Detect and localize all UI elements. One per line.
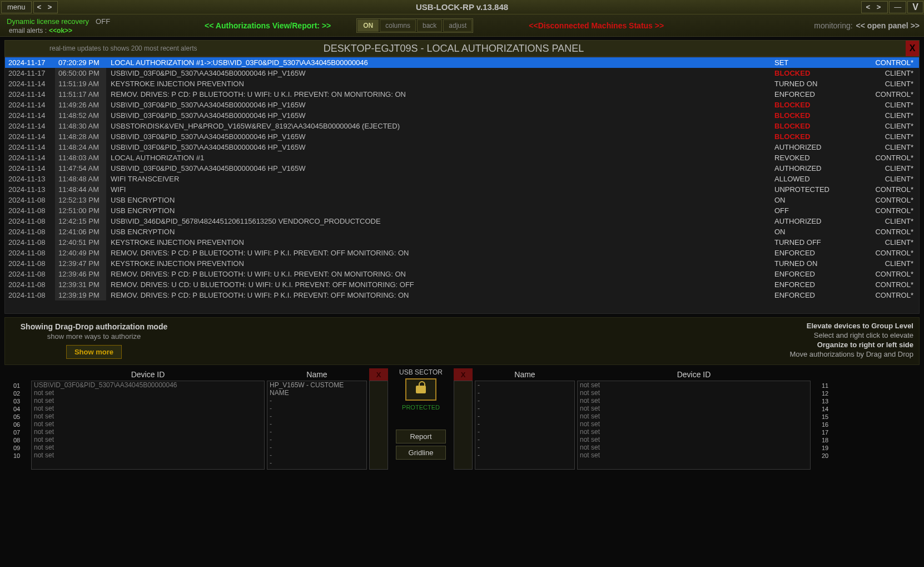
event-row[interactable]: 2024-11-0812:39:31 PMREMOV. DRIVES: U CD… <box>5 279 919 290</box>
list-item[interactable]: not set <box>578 420 810 428</box>
list-item[interactable]: - <box>267 428 366 436</box>
event-source: CLIENT* <box>866 142 919 152</box>
show-more-button[interactable]: Show more <box>66 345 122 359</box>
close-panel-button[interactable]: X <box>906 41 919 56</box>
toolbar-button-group: ON columns back adjust <box>356 18 473 33</box>
list-item[interactable]: USB\VID_03F0&PID_5307\AA34045B00000046 <box>32 381 264 389</box>
event-row[interactable]: 2024-11-1707:20:29 PMLOCAL AUTHORIZATION… <box>5 57 919 68</box>
event-row[interactable]: 2024-11-1411:48:52 AMUSB\VID_03F0&PID_53… <box>5 110 919 121</box>
events-list[interactable]: 2024-11-1707:20:29 PMLOCAL AUTHORIZATION… <box>4 57 920 314</box>
event-row[interactable]: 2024-11-0812:39:19 PMREMOV. DRIVES: P CD… <box>5 290 919 300</box>
list-item[interactable]: - <box>267 459 366 467</box>
event-row[interactable]: 2024-11-1411:48:03 AMLOCAL AUTHORIZATION… <box>5 152 919 163</box>
on-button[interactable]: ON <box>357 19 379 32</box>
adjust-button[interactable]: adjust <box>443 19 472 32</box>
list-item[interactable]: not set <box>578 451 810 459</box>
version-button[interactable]: V <box>907 1 923 13</box>
list-item[interactable]: - <box>475 420 574 428</box>
event-row[interactable]: 2024-11-1411:47:54 AMUSB\VID_03F0&PID_53… <box>5 163 919 174</box>
list-item[interactable]: not set <box>32 443 264 451</box>
list-item[interactable]: - <box>475 436 574 443</box>
event-status: BLOCKED <box>771 100 866 110</box>
list-item[interactable]: not set <box>578 428 810 436</box>
event-row[interactable]: 2024-11-1411:48:24 AMUSB\VID_03F0&PID_53… <box>5 142 919 152</box>
event-row[interactable]: 2024-11-1411:49:26 AMUSB\VID_03F0&PID_53… <box>5 100 919 110</box>
left-name-list[interactable]: HP_V165W - CUSTOME NAME--------- <box>267 381 367 470</box>
event-row[interactable]: 2024-11-0812:39:46 PMREMOV. DRIVES: P CD… <box>5 269 919 279</box>
menu-button[interactable]: menu <box>1 1 32 13</box>
list-item[interactable]: - <box>267 405 366 412</box>
nav-arrows-right-button[interactable]: < > <box>861 1 888 13</box>
event-desc: USB ENCRYPTION <box>106 195 771 205</box>
list-item[interactable]: - <box>475 389 574 397</box>
event-status: AUTHORIZED <box>771 142 866 152</box>
right-delete-button[interactable]: X <box>454 368 473 381</box>
lock-box[interactable] <box>405 378 436 401</box>
event-source: CLIENT* <box>866 258 919 269</box>
list-item[interactable]: not set <box>32 412 264 420</box>
list-item[interactable]: - <box>475 451 574 459</box>
right-name-list[interactable]: ---------- <box>475 381 575 470</box>
list-item[interactable]: - <box>267 420 366 428</box>
list-item[interactable]: not set <box>578 443 810 451</box>
list-item[interactable]: not set <box>32 420 264 428</box>
event-row[interactable]: 2024-11-0812:41:06 PMUSB ENCRYPTIONONCON… <box>5 226 919 237</box>
list-item[interactable]: - <box>475 412 574 420</box>
list-item[interactable]: not set <box>578 397 810 405</box>
event-desc: LOCAL AUTHORIZATION #1->:USB\VID_03F0&PI… <box>106 57 771 68</box>
event-row[interactable]: 2024-11-0812:51:00 PMUSB ENCRYPTIONOFFCO… <box>5 205 919 216</box>
event-time: 12:39:19 PM <box>55 290 106 300</box>
event-row[interactable]: 2024-11-1411:48:30 AMUSBSTOR\DISK&VEN_HP… <box>5 121 919 131</box>
list-item[interactable]: - <box>475 397 574 405</box>
event-row[interactable]: 2024-11-0812:40:49 PMREMOV. DRIVES: P CD… <box>5 248 919 258</box>
list-item[interactable]: - <box>475 428 574 436</box>
right-device-list[interactable]: not setnot setnot setnot setnot setnot s… <box>577 381 811 470</box>
event-time: 12:40:51 PM <box>55 237 106 248</box>
report-button[interactable]: Report <box>396 430 446 443</box>
event-date: 2024-11-08 <box>5 279 55 290</box>
gridline-button[interactable]: Gridline <box>396 446 446 460</box>
event-row[interactable]: 2024-11-1706:50:00 PMUSB\VID_03F0&PID_53… <box>5 68 919 78</box>
list-item[interactable]: not set <box>32 397 264 405</box>
open-panel-link[interactable]: << open panel >> <box>856 21 920 30</box>
list-item[interactable]: - <box>475 405 574 412</box>
event-row[interactable]: 2024-11-0812:39:47 PMKEYSTROKE INJECTION… <box>5 258 919 269</box>
event-row[interactable]: 2024-11-1411:51:17 AMREMOV. DRIVES: P CD… <box>5 89 919 100</box>
titlebar: menu < > USB-LOCK-RP v.13.848 < > — V <box>0 0 924 14</box>
event-row[interactable]: 2024-11-0812:42:15 PMUSB\VID_346D&PID_56… <box>5 216 919 226</box>
event-row[interactable]: 2024-11-1311:48:48 AMWIFI TRANSCEIVERALL… <box>5 174 919 184</box>
minimize-button[interactable]: — <box>889 1 906 13</box>
event-date: 2024-11-08 <box>5 205 55 216</box>
list-item[interactable]: - <box>267 412 366 420</box>
list-item[interactable]: HP_V165W - CUSTOME NAME <box>267 381 366 397</box>
event-date: 2024-11-08 <box>5 290 55 300</box>
event-row[interactable]: 2024-11-1311:48:44 AMWIFIUNPROTECTEDCONT… <box>5 184 919 195</box>
list-item[interactable]: not set <box>578 436 810 443</box>
nav-arrows-button[interactable]: < > <box>33 1 58 13</box>
event-row[interactable]: 2024-11-0812:52:13 PMUSB ENCRYPTIONONCON… <box>5 195 919 205</box>
list-item[interactable]: not set <box>32 436 264 443</box>
event-row[interactable]: 2024-11-1411:48:28 AMUSB\VID_03F0&PID_53… <box>5 131 919 142</box>
list-item[interactable]: - <box>267 443 366 451</box>
slot-number: 09 <box>4 444 29 452</box>
event-row[interactable]: 2024-11-1411:51:19 AMKEYSTROKE INJECTION… <box>5 78 919 89</box>
list-item[interactable]: - <box>267 451 366 459</box>
list-item[interactable]: not set <box>578 412 810 420</box>
slot-number: 03 <box>4 397 29 405</box>
list-item[interactable]: - <box>475 443 574 451</box>
left-delete-button[interactable]: X <box>369 368 388 381</box>
list-item[interactable]: not set <box>32 428 264 436</box>
event-row[interactable]: 2024-11-0812:40:51 PMKEYSTROKE INJECTION… <box>5 237 919 248</box>
list-item[interactable]: not set <box>578 405 810 412</box>
list-item[interactable]: not set <box>32 405 264 412</box>
list-item[interactable]: not set <box>578 381 810 389</box>
back-button[interactable]: back <box>417 19 442 32</box>
list-item[interactable]: not set <box>32 451 264 459</box>
list-item[interactable]: - <box>475 381 574 389</box>
list-item[interactable]: - <box>267 436 366 443</box>
list-item[interactable]: - <box>267 397 366 405</box>
list-item[interactable]: not set <box>32 389 264 397</box>
columns-button[interactable]: columns <box>380 19 416 32</box>
list-item[interactable]: not set <box>578 389 810 397</box>
left-device-list[interactable]: USB\VID_03F0&PID_5307\AA34045B00000046no… <box>31 381 265 470</box>
